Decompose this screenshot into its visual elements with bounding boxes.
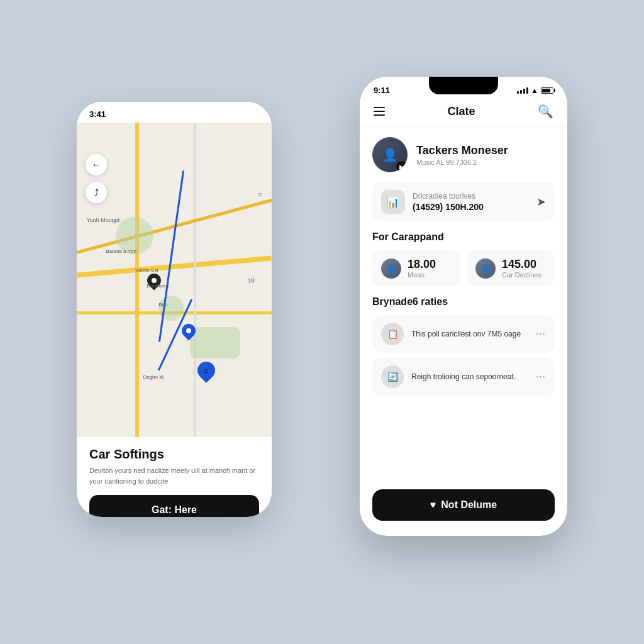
- list-item-icon-1: 🔄: [381, 365, 404, 388]
- stat-label-1: Car Declines: [502, 271, 541, 279]
- app-header: Clate 🔍: [360, 99, 567, 127]
- left-phone-bottom: Car Softings Deviton yours ned nacIize m…: [77, 437, 272, 517]
- info-card[interactable]: 📊 Dricradiea tourives (14529) 150H.200 ➤: [372, 182, 555, 221]
- back-button[interactable]: ←: [86, 154, 107, 175]
- app-title: Clate: [447, 105, 475, 118]
- info-card-text: Dricradiea tourives (14529) 150H.200: [413, 192, 529, 212]
- list-item-more-0[interactable]: ···: [536, 328, 546, 340]
- list-item-icon-0: 📋: [381, 323, 404, 345]
- list-item-text-1: Reigh trolioing can sepoorneat.: [411, 372, 528, 382]
- profile-subtitle: Music AL 99.7306.2: [416, 158, 508, 166]
- stat-info-1: 145.00 Car Declines: [502, 258, 541, 279]
- right-status-bar: 9:11 ▲: [360, 77, 567, 99]
- heart-icon: ♥: [430, 499, 436, 511]
- map-area: ⌂ Youh Mougpt Babote a rron Vunm: Sai Ba…: [77, 123, 272, 437]
- menu-button[interactable]: [374, 107, 385, 116]
- battery-icon: [541, 87, 553, 94]
- back-icon: ←: [92, 160, 101, 170]
- stat-label-0: Meas: [408, 271, 436, 279]
- stat-avatar-1: 👤: [475, 258, 496, 279]
- gat-here-button[interactable]: Gat: Here: [89, 495, 259, 517]
- stat-info-0: 18.00 Meas: [408, 258, 436, 279]
- stats-row: 👤 18.00 Meas 👤 145.00 Car Declines: [372, 250, 555, 286]
- stat-avatar-0: 👤: [381, 258, 401, 279]
- stat-value-0: 18.00: [408, 258, 436, 271]
- wifi-icon: ▲: [531, 86, 538, 95]
- left-time: 3:41: [89, 109, 106, 119]
- list-item-0[interactable]: 📋 This poll caricllest onv 7M5 oage ···: [372, 315, 555, 353]
- list-section: 📋 This poll caricllest onv 7M5 oage ··· …: [372, 315, 555, 396]
- stat-card-0: 👤 18.00 Meas: [372, 250, 460, 286]
- list-item-more-1[interactable]: ···: [536, 371, 546, 382]
- avatar: 👤 ▶: [372, 137, 408, 172]
- section1-title: For Carappand: [372, 231, 555, 243]
- search-icon: 🔍: [538, 104, 553, 119]
- profile-row: 👤 ▶ Tackers Moneser Music AL 99.7306.2: [372, 137, 555, 172]
- map-pin-home: ⌂: [194, 358, 219, 383]
- profile-name: Tackers Moneser: [416, 144, 508, 157]
- right-time: 9:11: [374, 86, 390, 95]
- hamburger-icon: [374, 107, 385, 116]
- not-delume-button[interactable]: ♥ Not Delume: [372, 489, 555, 521]
- info-card-icon: 📊: [381, 190, 405, 214]
- list-item-1[interactable]: 🔄 Reigh trolioing can sepoorneat. ···: [372, 358, 555, 396]
- bottom-btn-label: Not Delume: [441, 499, 497, 511]
- list-item-text-0: This poll caricllest onv 7M5 oage: [411, 329, 528, 340]
- profile-info: Tackers Moneser Music AL 99.7306.2: [416, 144, 508, 166]
- share-button[interactable]: ⤴: [86, 182, 107, 203]
- search-button[interactable]: 🔍: [538, 104, 553, 119]
- left-status-bar: 3:41: [77, 102, 272, 123]
- right-phone: 9:11 ▲ Clate: [360, 77, 567, 536]
- stat-value-1: 145.00: [502, 258, 541, 271]
- avatar-badge: ▶: [396, 161, 408, 172]
- info-line2: (14529) 150H.200: [413, 202, 529, 212]
- share-icon: ⤴: [94, 187, 99, 197]
- status-icons: ▲: [517, 86, 553, 95]
- app-content: 👤 ▶ Tackers Moneser Music AL 99.7306.2 📊…: [360, 127, 567, 517]
- section2-title: Brynade6 raties: [372, 296, 555, 308]
- signal-icon: [517, 87, 528, 94]
- info-line1: Dricradiea tourives: [413, 192, 529, 201]
- map-card-description: Deviton yours ned nacIize meely ulll at …: [89, 465, 259, 486]
- info-card-arrow: ➤: [536, 195, 546, 209]
- map-card-title: Car Softings: [89, 447, 259, 462]
- stat-card-1: 👤 145.00 Car Declines: [467, 250, 555, 286]
- left-phone: 3:41: [77, 102, 272, 517]
